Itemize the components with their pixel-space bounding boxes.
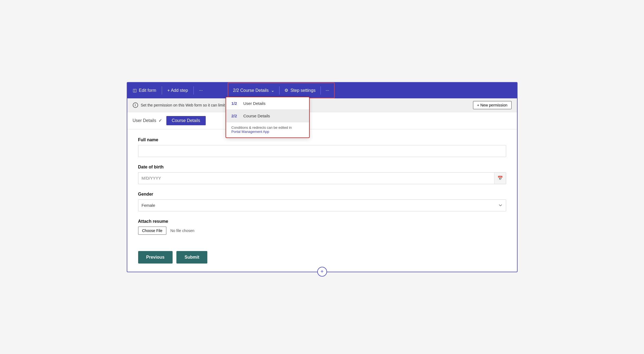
step-selector-area: 2/2 Course Details ⌄ ⚙ Step settings ··· <box>228 83 335 98</box>
gear-icon: ⚙ <box>284 88 288 93</box>
field-gender: Gender Female Male Other <box>138 192 506 211</box>
add-step-label: + Add step <box>167 88 188 93</box>
tab-course-details-label: Course Details <box>172 118 200 123</box>
step-more-icon: ··· <box>326 88 329 93</box>
fullname-input[interactable] <box>138 145 506 157</box>
add-section-button[interactable]: + <box>317 267 327 277</box>
date-input-wrapper: 📅 <box>138 172 506 184</box>
plus-icon: + <box>321 268 324 275</box>
choose-file-button[interactable]: Choose File <box>138 227 167 235</box>
field-fullname-label: Full name <box>138 137 506 142</box>
step-selector-label: 2/2 Course Details <box>233 88 269 93</box>
form-editor-container: ◫ Edit form + Add step ··· 2/2 Course De… <box>127 82 518 272</box>
step-settings-label: Step settings <box>290 88 316 93</box>
portal-management-link[interactable]: Portal Management App <box>231 130 269 134</box>
toolbar-left: ◫ Edit form + Add step ··· <box>127 83 208 98</box>
choose-file-label: Choose File <box>142 228 163 233</box>
edit-form-button[interactable]: ◫ Edit form <box>127 83 162 98</box>
dropdown-item1-num: 1/2 <box>231 101 240 106</box>
step-tabs: User Details ✓ Course Details <box>127 112 517 129</box>
form-icon: ◫ <box>133 88 137 93</box>
field-dob-label: Date of birth <box>138 165 506 170</box>
dropdown-footer-text: Conditions & redirects can be edited in <box>231 126 292 130</box>
field-gender-label: Gender <box>138 192 506 197</box>
form-content: Full name Date of birth 📅 Gender Female … <box>127 129 517 246</box>
permission-bar: i Set the permission on this Web form so… <box>127 98 517 112</box>
dropdown-item2-label: Course Details <box>243 114 270 118</box>
chevron-down-icon: ⌄ <box>271 88 274 93</box>
file-input-row: Choose File No file chosen <box>138 227 506 235</box>
dropdown-item2-num: 2/2 <box>231 114 240 118</box>
dropdown-footer: Conditions & redirects can be edited in … <box>226 122 309 137</box>
step-selector-button[interactable]: 2/2 Course Details ⌄ <box>228 83 280 98</box>
new-permission-label: + New permission <box>477 103 507 107</box>
gender-select[interactable]: Female Male Other <box>138 199 506 211</box>
tab-user-details[interactable]: User Details ✓ <box>133 118 162 123</box>
previous-label: Previous <box>146 255 165 259</box>
field-fullname: Full name <box>138 137 506 157</box>
field-dob: Date of birth 📅 <box>138 165 506 184</box>
tab-user-details-label: User Details <box>133 118 156 123</box>
submit-button[interactable]: Submit <box>176 251 207 264</box>
dropdown-item1-label: User Details <box>243 101 266 106</box>
submit-label: Submit <box>185 255 199 259</box>
dropdown-item-2[interactable]: 2/2 Course Details <box>226 110 309 122</box>
no-file-label: No file chosen <box>170 228 195 233</box>
toolbar-more-icon: ··· <box>199 88 203 93</box>
dob-input[interactable] <box>138 172 494 184</box>
step-more-button[interactable]: ··· <box>321 83 334 98</box>
previous-button[interactable]: Previous <box>138 251 173 264</box>
field-resume: Attach resume Choose File No file chosen <box>138 219 506 235</box>
toolbar-more-button[interactable]: ··· <box>194 83 208 98</box>
info-icon: i <box>133 102 138 108</box>
step-dropdown: 1/2 User Details 2/2 Course Details Cond… <box>226 97 310 138</box>
add-step-button[interactable]: + Add step <box>162 83 193 98</box>
calendar-icon: 📅 <box>497 176 503 181</box>
calendar-icon-button[interactable]: 📅 <box>494 172 506 184</box>
tab-check-icon: ✓ <box>158 118 162 123</box>
toolbar: ◫ Edit form + Add step ··· 2/2 Course De… <box>127 83 517 98</box>
dropdown-item-1[interactable]: 1/2 User Details <box>226 97 309 109</box>
field-resume-label: Attach resume <box>138 219 506 224</box>
step-settings-button[interactable]: ⚙ Step settings <box>280 83 321 98</box>
new-permission-button[interactable]: + New permission <box>473 101 512 109</box>
edit-form-label: Edit form <box>139 88 156 93</box>
tab-course-details[interactable]: Course Details <box>166 116 206 125</box>
